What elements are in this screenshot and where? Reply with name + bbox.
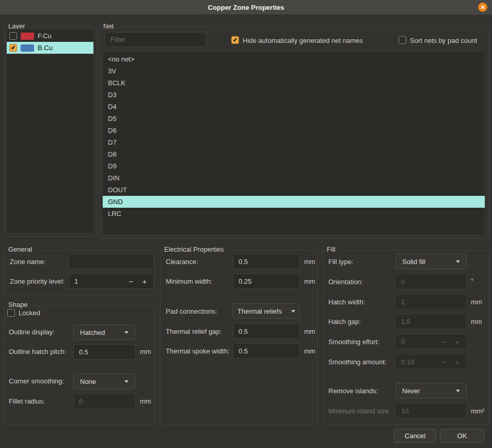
zone-name-label: Zone name: xyxy=(10,258,45,266)
remove-islands-label: Remove islands: xyxy=(328,387,378,395)
net-list-item[interactable]: D6 xyxy=(103,125,485,136)
net-list-item[interactable]: D7 xyxy=(103,136,485,148)
net-filter-input[interactable] xyxy=(105,32,206,47)
bcu-color-swatch xyxy=(21,44,34,52)
smoothing-effort-label: Smoothing effort: xyxy=(328,338,379,346)
min-width-unit: mm xyxy=(304,277,315,285)
smoothing-amount-value: 0.10 xyxy=(401,358,414,366)
clearance-unit: mm xyxy=(304,258,315,266)
bcu-checkbox[interactable]: ✔ xyxy=(9,44,17,52)
fillet-radius-input xyxy=(73,394,135,409)
pad-connections-value: Thermal reliefs xyxy=(237,307,282,315)
net-group: Net ✔ Hide automatically generated net n… xyxy=(99,27,489,239)
checkmark-icon: ✔ xyxy=(11,44,15,51)
thermal-gap-input[interactable] xyxy=(233,323,300,339)
hatch-gap-input xyxy=(395,314,467,329)
zone-priority-value: 1 xyxy=(74,277,78,285)
general-group: General Zone name: Zone priority level: … xyxy=(4,250,155,296)
layer-row-label: B.Cu xyxy=(38,44,53,52)
chevron-down-icon xyxy=(456,390,460,392)
outline-hatch-pitch-label: Outline hatch pitch: xyxy=(9,348,66,356)
orientation-input xyxy=(395,274,467,289)
general-group-label: General xyxy=(6,245,34,253)
fillet-radius-unit: mm xyxy=(140,397,151,405)
zone-name-input[interactable] xyxy=(69,254,154,269)
net-list-item-selected[interactable]: GND xyxy=(103,196,485,208)
fill-type-dropdown[interactable]: Solid fill xyxy=(395,254,467,269)
min-island-size-label: Minimum island size: xyxy=(328,407,391,415)
layer-group: Layer F.Cu ✔ B.Cu xyxy=(4,27,97,237)
shape-group-label: Shape xyxy=(6,301,30,308)
net-list-item[interactable]: BCLK xyxy=(103,77,485,89)
min-width-input[interactable] xyxy=(233,273,300,289)
smoothing-effort-spinner: 0 − + xyxy=(395,334,467,349)
hide-auto-nets-checkbox[interactable]: ✔ xyxy=(231,36,239,44)
net-group-label: Net xyxy=(101,22,116,30)
layer-row-fcu[interactable]: F.Cu xyxy=(7,30,93,42)
clearance-input[interactable] xyxy=(233,254,300,269)
outline-display-label: Outline display: xyxy=(9,328,55,336)
chevron-down-icon xyxy=(456,260,460,263)
fill-group: Fill Fill type: Solid fill Orientation: … xyxy=(323,250,489,425)
net-list-item[interactable]: LRC xyxy=(103,208,485,220)
minus-icon[interactable]: − xyxy=(124,277,138,286)
copper-zone-properties-dialog: Copper Zone Properties ✕ Layer F.Cu ✔ B.… xyxy=(0,0,492,448)
hatch-gap-label: Hatch gap: xyxy=(328,318,361,326)
electrical-group-label: Electrical Properties xyxy=(162,245,226,253)
hatch-width-unit: mm xyxy=(471,298,482,306)
net-list-item[interactable]: D5 xyxy=(103,113,485,125)
remove-islands-dropdown[interactable]: Never xyxy=(395,383,467,398)
smoothing-amount-label: Smoothing amount: xyxy=(328,358,387,366)
cancel-button[interactable]: Cancel xyxy=(394,429,436,443)
fill-type-label: Fill type: xyxy=(328,258,353,266)
remove-islands-value: Never xyxy=(402,387,420,395)
chevron-down-icon xyxy=(291,310,295,313)
locked-label: Locked xyxy=(19,309,40,317)
net-list-item[interactable]: D4 xyxy=(103,101,485,113)
sort-nets-checkbox[interactable] xyxy=(399,36,406,44)
thermal-spoke-unit: mm xyxy=(304,347,315,355)
smoothing-effort-value: 0 xyxy=(401,338,405,346)
pad-connections-label: Pad connections: xyxy=(166,307,217,315)
net-list-item[interactable]: 3V xyxy=(103,65,485,77)
thermal-spoke-input[interactable] xyxy=(233,343,300,359)
net-list-item[interactable]: D9 xyxy=(103,160,485,172)
layer-list[interactable]: F.Cu ✔ B.Cu xyxy=(6,29,94,234)
shape-divider xyxy=(8,366,151,366)
plus-icon: + xyxy=(451,358,464,366)
outline-display-dropdown[interactable]: Hatched xyxy=(73,325,135,340)
close-button[interactable]: ✕ xyxy=(478,3,487,12)
net-list-item[interactable]: D8 xyxy=(103,148,485,160)
pad-connections-dropdown[interactable]: Thermal reliefs xyxy=(233,303,300,319)
checkmark-icon: ✔ xyxy=(233,37,237,43)
corner-smoothing-value: None xyxy=(80,378,96,385)
zone-priority-spinner[interactable]: 1 − + xyxy=(69,273,154,289)
hatch-width-input xyxy=(395,294,467,310)
net-list[interactable]: <no net> 3V BCLK D3 D4 D5 D6 D7 D8 D9 DI… xyxy=(102,52,485,235)
fcu-color-swatch xyxy=(21,33,34,40)
layer-row-bcu[interactable]: ✔ B.Cu xyxy=(7,42,93,54)
net-list-item[interactable]: DIN xyxy=(103,172,485,184)
fcu-checkbox[interactable] xyxy=(9,32,17,40)
hatch-width-label: Hatch width: xyxy=(328,298,366,306)
corner-smoothing-dropdown[interactable]: None xyxy=(73,374,135,389)
outline-display-value: Hatched xyxy=(80,329,105,336)
minus-icon: − xyxy=(437,358,451,366)
sort-nets-label: Sort nets by pad count xyxy=(410,37,477,44)
clearance-label: Clearance: xyxy=(166,258,198,266)
plus-icon[interactable]: + xyxy=(138,277,151,286)
thermal-gap-label: Thermal relief gap: xyxy=(166,328,221,335)
min-width-label: Minimum width: xyxy=(166,277,212,285)
outline-hatch-pitch-unit: mm xyxy=(140,348,151,356)
close-icon: ✕ xyxy=(480,4,485,11)
thermal-gap-unit: mm xyxy=(304,328,315,335)
net-list-item[interactable]: <no net> xyxy=(103,53,485,65)
locked-checkbox[interactable] xyxy=(7,309,15,317)
net-list-item[interactable]: DOUT xyxy=(103,184,485,196)
layer-row-label: F.Cu xyxy=(38,32,52,40)
orientation-unit: ° xyxy=(471,277,473,285)
ok-button[interactable]: OK xyxy=(440,429,484,443)
fillet-radius-label: Fillet radius: xyxy=(9,397,45,405)
outline-hatch-pitch-input[interactable] xyxy=(73,344,135,360)
net-list-item[interactable]: D3 xyxy=(103,89,485,101)
